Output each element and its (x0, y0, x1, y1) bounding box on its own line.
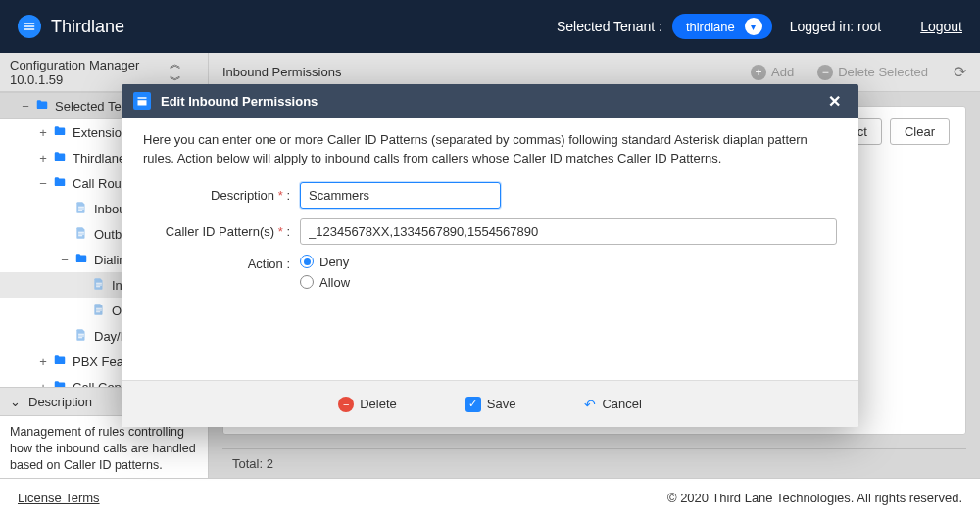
radio-icon (300, 275, 314, 289)
caller-id-patterns-input[interactable] (300, 218, 837, 245)
dialog-body: Here you can enter one or more Caller ID… (122, 118, 858, 380)
copyright-label: © 2020 Third Lane Technologies. All righ… (667, 491, 962, 505)
cancel-label: Cancel (602, 397, 641, 411)
brand-name: Thirdlane (51, 17, 124, 37)
chevron-down-icon: ⌄ (10, 395, 21, 409)
delete-button[interactable]: − Delete (338, 397, 397, 412)
file-icon (74, 226, 88, 243)
refresh-icon[interactable]: ⟳ (954, 63, 966, 81)
folder-icon (74, 252, 88, 268)
radio-label: Allow (319, 275, 350, 290)
tree-expander[interactable]: + (37, 125, 49, 140)
dialog-footer: − Delete ✓ Save ↶ Cancel (122, 380, 858, 427)
edit-inbound-permissions-dialog: Edit Inbound Permissions ✕ Here you can … (122, 84, 858, 427)
clear-button[interactable]: Clear (890, 118, 950, 145)
dialog-header: Edit Inbound Permissions ✕ (122, 84, 858, 118)
action-field-label: Action : (143, 255, 290, 271)
action-radio-deny[interactable]: Deny (300, 255, 350, 269)
file-icon (74, 328, 88, 345)
app-footer: License Terms © 2020 Third Lane Technolo… (0, 478, 980, 517)
logout-link[interactable]: Logout (920, 19, 962, 34)
cancel-button[interactable]: ↶ Cancel (584, 397, 641, 412)
radio-icon (300, 255, 314, 268)
folder-icon (35, 98, 49, 115)
description-input[interactable] (300, 182, 501, 209)
tree-expander[interactable]: − (37, 176, 49, 191)
add-button[interactable]: + Add (745, 61, 800, 84)
action-radio-allow[interactable]: Allow (300, 275, 350, 290)
app-header: Thirdlane Selected Tenant : thirdlane ▾ … (0, 0, 980, 53)
folder-icon (53, 379, 67, 388)
caller-id-patterns-label: Caller ID Pattern(s) * : (143, 224, 290, 239)
file-icon (92, 303, 106, 319)
description-header-label: Description (28, 395, 92, 409)
save-icon: ✓ (466, 397, 481, 412)
save-label: Save (487, 397, 516, 411)
close-icon[interactable]: ✕ (822, 88, 847, 115)
license-terms-link[interactable]: License Terms (18, 491, 100, 505)
radio-label: Deny (319, 255, 349, 269)
page-title: Inbound Permissions (222, 65, 341, 79)
file-icon (92, 277, 106, 294)
svg-rect-0 (138, 97, 147, 99)
delete-selected-label: Delete Selected (838, 65, 928, 79)
minus-icon: − (20, 99, 31, 114)
minus-icon: − (817, 65, 833, 80)
tree-expander[interactable]: + (37, 380, 49, 388)
dialog-title: Edit Inbound Permissions (161, 94, 318, 109)
delete-icon: − (338, 397, 354, 412)
tree-expander[interactable]: + (37, 354, 49, 369)
folder-icon (53, 175, 67, 192)
tree-expander[interactable]: − (59, 253, 71, 267)
undo-icon: ↶ (584, 397, 596, 412)
dialog-intro-text: Here you can enter one or more Caller ID… (143, 131, 837, 168)
folder-icon (53, 353, 67, 370)
svg-rect-1 (138, 100, 147, 105)
tree-expander[interactable]: + (37, 151, 49, 165)
chevron-down-icon: ▾ (745, 18, 762, 35)
folder-icon (53, 150, 67, 166)
total-footer: Total: 2 (222, 448, 966, 478)
file-icon (74, 201, 88, 217)
dialog-icon (133, 92, 151, 110)
brand-logo-icon (18, 15, 41, 38)
logged-in-label: Logged in: root (790, 19, 881, 34)
selected-tenant-label: Selected Tenant : (557, 19, 662, 34)
description-field-label: Description * : (143, 188, 290, 203)
save-button[interactable]: ✓ Save (466, 397, 516, 412)
tenant-dropdown[interactable]: thirdlane ▾ (672, 14, 772, 39)
delete-label: Delete (360, 397, 397, 411)
add-label: Add (771, 65, 794, 79)
folder-icon (53, 124, 67, 141)
plus-icon: + (751, 65, 766, 80)
config-manager-label: Configuration Manager 10.0.1.59 (10, 58, 170, 87)
tenant-name: thirdlane (686, 20, 735, 34)
delete-selected-button[interactable]: − Delete Selected (811, 61, 934, 84)
